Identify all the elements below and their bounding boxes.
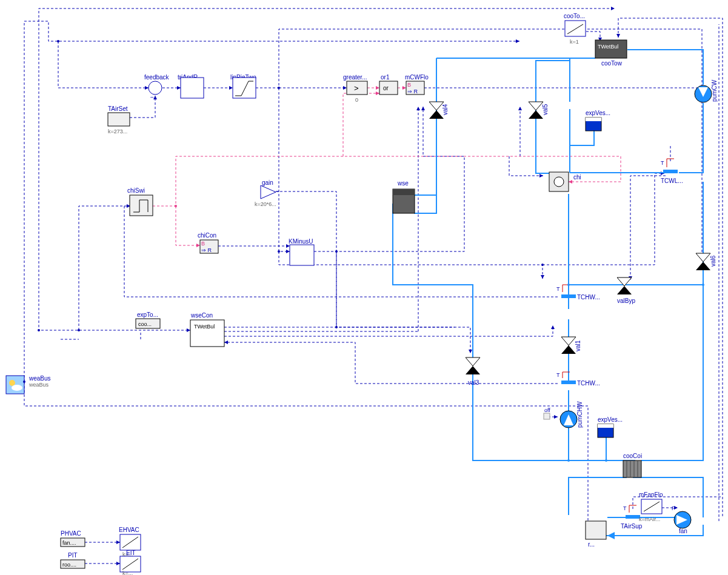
svg-text:pumCW: pumCW bbox=[711, 79, 718, 102]
svg-point-57 bbox=[278, 87, 280, 89]
valByp-block[interactable]: valByp bbox=[617, 278, 635, 304]
val3-block[interactable]: val3 bbox=[466, 357, 480, 386]
svg-rect-25 bbox=[561, 381, 576, 384]
svg-text:TCHW...: TCHW... bbox=[577, 294, 600, 301]
svg-rect-22 bbox=[561, 294, 576, 298]
linPieTwo-block[interactable] bbox=[233, 78, 256, 98]
svg-text:T: T bbox=[623, 505, 627, 511]
svg-point-1 bbox=[9, 380, 15, 386]
svg-point-59 bbox=[335, 250, 338, 253]
or1-block[interactable] bbox=[379, 81, 398, 95]
svg-point-15 bbox=[554, 177, 564, 187]
svg-text:val1: val1 bbox=[575, 340, 581, 351]
TAirSet-k: k=273... bbox=[108, 128, 127, 135]
feedback-block[interactable] bbox=[149, 81, 162, 95]
svg-point-61 bbox=[78, 329, 80, 331]
PHVAC-label: PHVAC bbox=[61, 530, 81, 537]
cooTo-block[interactable] bbox=[565, 21, 586, 36]
svg-text:0: 0 bbox=[355, 97, 358, 103]
TCWL-sensor[interactable]: T TCWL... bbox=[661, 159, 683, 184]
svg-point-65 bbox=[23, 381, 25, 383]
mFanFlo-label: mFanFlo bbox=[639, 491, 663, 498]
svg-rect-28 bbox=[663, 170, 678, 173]
svg-text:pumCHW: pumCHW bbox=[576, 401, 583, 428]
svg-rect-14 bbox=[393, 189, 415, 195]
svg-text:−: − bbox=[150, 94, 154, 101]
svg-text:val6: val6 bbox=[710, 255, 716, 267]
val1-block[interactable]: val1 bbox=[561, 337, 581, 354]
svg-rect-35 bbox=[598, 424, 613, 428]
cooTo-label: cooTo... bbox=[564, 13, 585, 19]
weaBus-icon bbox=[6, 376, 24, 394]
svg-point-60 bbox=[335, 326, 338, 328]
gain-block[interactable] bbox=[261, 185, 276, 199]
svg-text:k=...: k=... bbox=[122, 570, 133, 575]
wseCon-label: wseCon bbox=[190, 312, 213, 319]
svg-point-56 bbox=[57, 40, 59, 42]
TCHW-top-sensor[interactable]: T TCHW... bbox=[556, 285, 600, 301]
svg-text:val5: val5 bbox=[542, 104, 549, 115]
svg-text:val3: val3 bbox=[468, 379, 479, 386]
svg-point-62 bbox=[38, 329, 40, 331]
svg-text:⇒ R: ⇒ R bbox=[201, 247, 212, 253]
svg-text:val4: val4 bbox=[442, 104, 449, 115]
PIT-label: PIT bbox=[68, 552, 78, 559]
svg-point-69 bbox=[605, 459, 607, 462]
chiCon-label: chiCon bbox=[198, 232, 216, 239]
svg-text:or: or bbox=[383, 85, 389, 91]
chiSwi-label: chiSwi bbox=[127, 187, 145, 194]
pumCW-block[interactable] bbox=[695, 85, 712, 102]
svg-point-67 bbox=[702, 284, 704, 286]
svg-rect-31 bbox=[626, 515, 640, 519]
svg-point-66 bbox=[567, 284, 570, 286]
svg-text:fan....: fan.... bbox=[62, 540, 76, 546]
KMinusU-label: KMinusU bbox=[289, 238, 313, 245]
wse-label: wse bbox=[397, 180, 409, 187]
TCHW-bot-sensor[interactable]: T TCHW... bbox=[556, 372, 600, 387]
svg-text:valByp: valByp bbox=[617, 297, 635, 304]
gain-label: gain bbox=[262, 179, 273, 186]
triAndR-block[interactable] bbox=[181, 78, 204, 98]
expTo-label: expTo... bbox=[137, 311, 158, 318]
svg-text:k=mAir...: k=mAir... bbox=[639, 516, 660, 522]
svg-rect-34 bbox=[586, 118, 601, 121]
svg-point-68 bbox=[567, 459, 570, 462]
val4-block[interactable]: val4 bbox=[429, 102, 449, 119]
EIT-label: EIT bbox=[126, 550, 136, 556]
EHVAC-label: EHVAC bbox=[119, 527, 139, 533]
svg-text:TCHW...: TCHW... bbox=[577, 380, 600, 387]
val5-block[interactable]: val5 bbox=[529, 102, 549, 119]
expVes1-label: expVes... bbox=[586, 110, 610, 116]
svg-text:TCWL...: TCWL... bbox=[661, 178, 683, 184]
expVes2-label: expVes... bbox=[598, 416, 623, 423]
svg-text:off: off bbox=[544, 407, 550, 413]
chiSwi-block[interactable] bbox=[130, 195, 153, 216]
TAirSet-block[interactable] bbox=[108, 113, 130, 126]
svg-text:P: P bbox=[672, 505, 675, 511]
KMinusU-block[interactable] bbox=[290, 245, 314, 265]
svg-point-64 bbox=[175, 205, 177, 207]
svg-text:k=1: k=1 bbox=[570, 39, 579, 45]
cooCoi-label: cooCoi bbox=[623, 453, 642, 459]
svg-point-58 bbox=[278, 250, 280, 253]
svg-text:TWetBul: TWetBul bbox=[194, 324, 215, 330]
svg-text:T: T bbox=[556, 286, 560, 292]
svg-text:r...: r... bbox=[588, 541, 595, 548]
pumCHW-block[interactable] bbox=[560, 411, 577, 428]
val6-block[interactable]: val6 bbox=[696, 253, 716, 270]
svg-text:⇒ R: ⇒ R bbox=[407, 88, 418, 95]
chi-label: chi bbox=[573, 174, 581, 181]
or1-label: or1 bbox=[381, 74, 390, 81]
TAirSet-label: TAirSet bbox=[108, 105, 128, 112]
weaBus-label: weaBus bbox=[28, 375, 51, 382]
svg-rect-0 bbox=[6, 376, 24, 394]
cooCoi-block[interactable] bbox=[623, 460, 641, 477]
off-block[interactable] bbox=[544, 413, 550, 419]
svg-text:k=20*6...: k=20*6... bbox=[255, 201, 276, 207]
room-block[interactable] bbox=[586, 521, 606, 539]
fan-block[interactable] bbox=[674, 511, 691, 528]
svg-text:T: T bbox=[556, 372, 560, 378]
feedback-label: feedback bbox=[144, 74, 170, 81]
mCWFlo-label: mCWFlo bbox=[405, 74, 429, 81]
svg-text:TWetBul: TWetBul bbox=[598, 44, 618, 50]
